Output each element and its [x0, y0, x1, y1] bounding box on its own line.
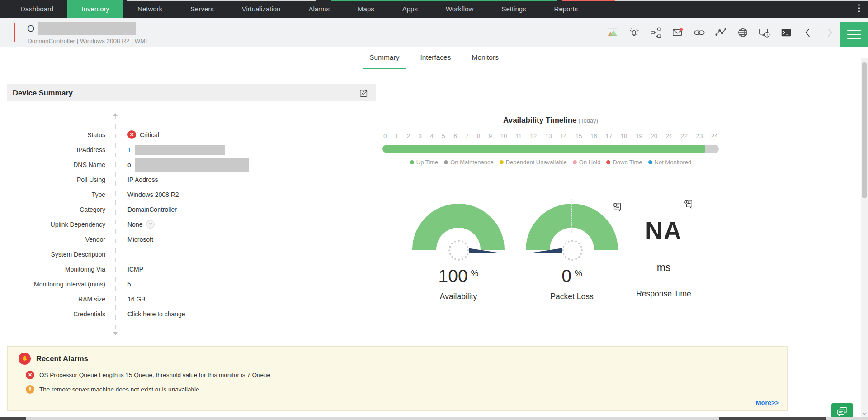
nav-item-settings[interactable]: Settings — [487, 0, 540, 18]
dns-name-text: o — [127, 161, 131, 168]
link-icon[interactable] — [693, 27, 705, 38]
top-navigation-bar: DashboardInventoryNetworkServersVirtuali… — [0, 0, 868, 18]
timeline-hour-label: 8 — [477, 133, 481, 139]
nav-item-network[interactable]: Network — [123, 0, 176, 18]
nav-item-maps[interactable]: Maps — [344, 0, 388, 18]
horizontal-scrollbar[interactable] — [0, 417, 868, 420]
device-summary-row: Status✕Critical — [7, 127, 376, 142]
terminal-icon[interactable] — [780, 27, 792, 38]
critical-severity-icon: ✕ — [26, 371, 34, 379]
timeline-hour-axis: 0123456789101112131415161718192021222324 — [382, 133, 719, 139]
sparkline-icon[interactable] — [715, 27, 727, 38]
nav-item-apps[interactable]: Apps — [388, 0, 432, 18]
performance-chart-icon[interactable] — [607, 27, 618, 38]
field-value: Click here to change — [127, 310, 185, 318]
timeline-legend: Up TimeOn MaintenanceDependent Unavailab… — [382, 159, 719, 166]
overflow-menu-icon[interactable] — [858, 4, 860, 12]
vertical-scrollbar[interactable] — [861, 58, 868, 420]
timeline-hour-label: 21 — [666, 133, 673, 139]
device-summary-title: Device Summary — [13, 89, 73, 97]
tab-interfaces[interactable]: Interfaces — [413, 47, 458, 69]
timeline-hour-label: 4 — [430, 133, 434, 139]
scrollbar-down-icon[interactable]: ⌄ — [861, 410, 868, 417]
horizontal-scrollbar-thumb[interactable] — [719, 417, 826, 420]
legend-label: Not Monitored — [655, 159, 692, 166]
scroll-up-icon[interactable] — [113, 113, 118, 116]
field-value: None? — [127, 220, 155, 229]
timeline-hour-label: 7 — [465, 133, 469, 139]
value-unit: % — [471, 268, 479, 278]
device-summary-row: DNS Nameo — [7, 157, 376, 172]
report-icon[interactable] — [612, 202, 622, 212]
tab-monitors[interactable]: Monitors — [465, 47, 505, 69]
timeline-bar[interactable] — [382, 145, 719, 153]
legend-item: Up Time — [410, 159, 438, 166]
edit-icon[interactable] — [359, 88, 369, 98]
field-label: Credentials — [7, 310, 105, 318]
timeline-hour-label: 12 — [530, 133, 537, 139]
nav-item-virtualization[interactable]: Virtualization — [228, 0, 295, 18]
field-label: IPAddress — [7, 146, 105, 153]
field-text: 5 — [127, 281, 131, 288]
hamburger-menu-icon[interactable] — [840, 22, 868, 47]
response-time-gauge: NA ms Response Time — [618, 204, 709, 299]
remote-session-icon[interactable] — [759, 27, 770, 38]
availability-label: Availability — [412, 292, 505, 301]
field-text: ICMP — [127, 266, 143, 273]
device-summary-row: TypeWindows 2008 R2 — [7, 187, 376, 202]
redacted-text — [135, 158, 249, 172]
globe-icon[interactable] — [737, 27, 749, 38]
alarm-bell-icon[interactable] — [628, 27, 640, 38]
field-value: 16 GB — [127, 296, 146, 303]
more-alarms-link[interactable]: More>> — [755, 399, 779, 406]
timeline-hour-label: 16 — [590, 133, 597, 139]
critical-status-bar — [14, 23, 15, 42]
field-label: Vendor — [7, 236, 105, 243]
response-time-label: Response Time — [618, 289, 709, 299]
scroll-down-icon[interactable] — [113, 332, 118, 335]
nav-item-dashboard[interactable]: Dashboard — [6, 0, 67, 18]
timeline-hour-label: 15 — [575, 133, 582, 139]
chevron-left-icon[interactable] — [802, 27, 814, 38]
horizontal-scrollbar-thumb[interactable] — [0, 417, 26, 420]
help-icon[interactable]: ? — [146, 220, 155, 229]
legend-item: Down Time — [606, 159, 642, 166]
device-summary-row: VendorMicrosoft — [7, 232, 376, 247]
field-text: 16 GB — [127, 296, 146, 303]
nav-item-servers[interactable]: Servers — [176, 0, 228, 18]
credentials-change-link[interactable]: Click here to change — [127, 310, 185, 318]
timeline-hour-label: 24 — [711, 133, 718, 139]
tab-summary[interactable]: Summary — [363, 47, 406, 69]
gauge-hub — [562, 240, 583, 261]
nav-item-workflow[interactable]: Workflow — [432, 0, 487, 18]
nav-item-reports[interactable]: Reports — [540, 0, 592, 18]
vertical-scrollbar-thumb[interactable] — [862, 62, 867, 198]
field-value: ✕Critical — [127, 130, 159, 139]
mail-icon[interactable] — [672, 27, 684, 38]
timeline-hour-label: 1 — [395, 133, 399, 139]
legend-label: On Hold — [579, 159, 601, 166]
chevron-right-icon[interactable] — [824, 27, 835, 38]
timeline-hour-label: 11 — [515, 133, 522, 139]
report-icon[interactable] — [684, 199, 693, 209]
recent-alarms-title: Recent Alarms — [36, 354, 88, 363]
gauge-centerline — [458, 199, 458, 233]
legend-dot — [648, 160, 652, 164]
critical-status-icon: ✕ — [127, 130, 136, 139]
top-progress-segment — [615, 0, 868, 1]
device-summary-row: CredentialsClick here to change — [7, 306, 376, 321]
device-header: O DomainController | Windows 2008 R2 | W… — [0, 18, 868, 47]
value-number: 0 — [561, 266, 571, 286]
packet-loss-gauge: 0% Packet Loss — [526, 204, 618, 301]
workflow-icon[interactable] — [650, 27, 662, 38]
device-summary-row: Uplink DependencyNone? — [7, 217, 376, 232]
gauge-arc — [412, 204, 505, 250]
ip-address-link[interactable]: 1 — [127, 146, 131, 153]
timeline-hour-label: 5 — [442, 133, 445, 139]
nav-item-inventory[interactable]: Inventory — [67, 0, 123, 18]
recent-alarms-panel: Recent Alarms ✕OS Processor Queue Length… — [7, 346, 788, 411]
gauge-centerline — [571, 199, 572, 233]
nav-item-alarms[interactable]: Alarms — [294, 0, 344, 18]
alarm-bell-badge-icon — [19, 353, 31, 365]
recent-alarms-header: Recent Alarms — [19, 353, 787, 365]
